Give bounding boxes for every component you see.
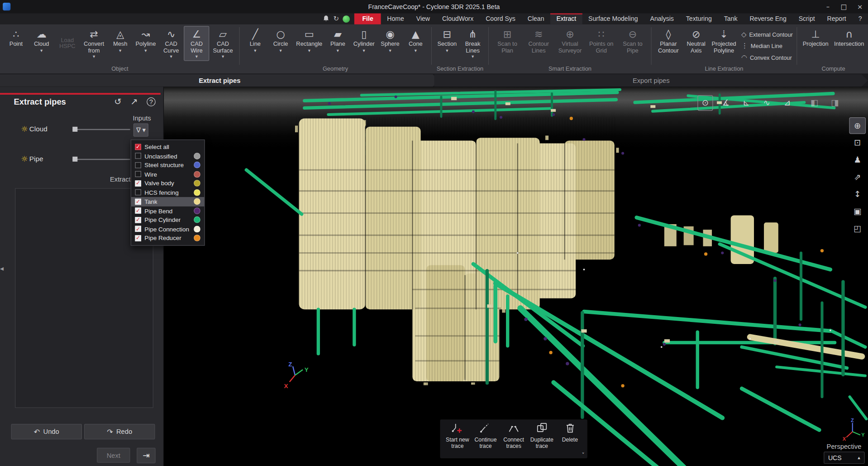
point-cloud-scene[interactable]: Z Y X — [163, 87, 868, 466]
ribbon-button[interactable]: ⇣ Projected Polyline — [710, 26, 738, 55]
toolbar-button[interactable]: ⊿ — [779, 95, 795, 110]
close-button[interactable]: × — [852, 0, 868, 13]
toolbar-button[interactable]: ∿ — [759, 95, 774, 110]
filter-option[interactable]: ✓ Pipe Connection — [131, 225, 204, 234]
filter-option[interactable]: ✓ Pipe Reducer — [131, 234, 204, 243]
cloud-filter-button[interactable]: ∇ ▾ — [134, 124, 148, 137]
connect-traces-button[interactable]: Connect traces — [500, 422, 528, 457]
notifications-bell-icon[interactable] — [323, 14, 330, 23]
status-badge[interactable] — [343, 15, 350, 23]
share-icon[interactable]: ↗ — [130, 97, 138, 106]
undo-button[interactable]: ↶ Undo — [11, 424, 82, 439]
start-new-trace-button[interactable]: Start new trace — [444, 422, 472, 457]
menu-tab[interactable]: Home — [381, 13, 410, 24]
checkbox[interactable]: ✓ — [135, 162, 141, 168]
ribbon-button[interactable]: ○ Circle ▾ — [268, 26, 293, 54]
menu-tab[interactable]: Surface Modeling — [582, 13, 644, 24]
toolbar-button[interactable]: ▣ — [849, 203, 866, 220]
redo-button[interactable]: ↷ Redo — [84, 424, 155, 439]
duplicate-trace-button[interactable]: Duplicate trace — [528, 422, 556, 457]
workflow-step-extract-pipes[interactable]: Extract pipes — [0, 74, 439, 87]
menu-tab[interactable]: Texturing — [680, 13, 718, 24]
trace-more-icon[interactable]: ˅ — [582, 452, 585, 458]
slider-knob[interactable] — [72, 157, 77, 162]
ribbon-small-button[interactable]: ⋮ Median Line — [741, 40, 793, 52]
filter-option[interactable]: ✓ HCS fencing — [131, 188, 204, 197]
pipe-opacity-slider[interactable] — [72, 159, 130, 160]
ribbon-button[interactable]: ◊ Planar Contour — [654, 26, 682, 55]
filter-option[interactable]: ✓ Valve body — [131, 179, 204, 188]
ribbon-button[interactable]: ≋ Contour Lines — [523, 26, 554, 55]
workflow-step-export-pipes[interactable]: Export pipes — [434, 74, 868, 87]
filter-option[interactable]: ✓ Steel structure — [131, 160, 204, 169]
checkbox[interactable]: ✓ — [135, 171, 141, 177]
send-to-export-button[interactable]: ⇥ — [137, 448, 156, 463]
help-icon[interactable]: ? — [147, 97, 156, 106]
ribbon-button[interactable]: ▰ Plane ▾ — [325, 26, 350, 54]
projection-mode-label[interactable]: Perspective — [827, 443, 865, 451]
checkbox[interactable]: ✓ — [135, 180, 141, 186]
filter-option[interactable]: ✓ Select all — [131, 142, 204, 151]
ribbon-button[interactable]: ⋔ Break Lines ▾ — [460, 26, 486, 61]
checkbox[interactable]: ✓ — [135, 144, 141, 149]
ribbon-button[interactable]: ∿ CAD Curve ▾ — [158, 26, 184, 61]
ribbon-button[interactable]: ◬ Mesh ▾ — [108, 26, 133, 54]
toolbar-button[interactable]: ◨ — [827, 95, 842, 110]
filter-option[interactable]: ✓ Pipe Bend — [131, 206, 204, 215]
ribbon-button[interactable]: ◉ Sphere ▾ — [377, 26, 403, 54]
next-button[interactable]: Next — [97, 448, 130, 463]
menu-tab[interactable]: Coord Sys — [480, 13, 522, 24]
ribbon-button[interactable]: ▯ Cylinder ▾ — [351, 26, 377, 54]
ribbon-button[interactable]: ▱ CAD Surface ▾ — [210, 26, 237, 61]
menu-tab[interactable]: Tank — [718, 13, 744, 24]
menu-tab[interactable]: File — [354, 13, 381, 24]
toolbar-button[interactable]: ⇗ — [849, 169, 866, 186]
ribbon-button[interactable]: ☁ Cloud ▾ — [29, 26, 54, 54]
viewport-3d[interactable]: Z Y X ⊙ ∡ ⊾ ∿ ⊿ — [163, 87, 868, 466]
ribbon-button[interactable]: ▲ Cone ▾ — [403, 26, 428, 54]
toolbar-button[interactable]: ♟ — [849, 152, 866, 168]
ribbon-button[interactable]: ⊥ Projection — [800, 26, 831, 49]
menu-tab[interactable]: Script — [792, 13, 821, 24]
slider-knob[interactable] — [72, 127, 77, 132]
ribbon-small-button[interactable]: ◠ Convex Contour — [741, 52, 793, 63]
filter-option[interactable]: ✓ Unclassified — [131, 151, 204, 160]
menu-tab[interactable]: Analysis — [644, 13, 680, 24]
toolbar-button[interactable]: ⊙ — [697, 95, 713, 110]
menu-tab[interactable]: View — [410, 13, 436, 24]
ribbon-button[interactable]: ⊘ Neutral Axis — [682, 26, 710, 55]
ribbon-button[interactable]: ⊞ Scan to Plan — [491, 26, 523, 55]
ribbon-button[interactable]: ∴ Point — [3, 26, 29, 49]
panel-collapse-icon[interactable]: ◂ — [0, 264, 4, 272]
filter-option[interactable]: ✓ Tank — [131, 197, 204, 206]
menu-tab[interactable]: CloudWorx — [436, 13, 479, 24]
checkbox[interactable]: ✓ — [135, 217, 141, 223]
toolbar-button[interactable]: ∡ — [718, 95, 734, 110]
cloud-opacity-slider[interactable] — [72, 129, 130, 130]
checkbox[interactable]: ✓ — [135, 208, 141, 214]
ribbon-button[interactable]: ╱ Line ▾ — [243, 26, 268, 54]
toolbar-button[interactable]: ⊕ — [849, 117, 866, 134]
checkbox[interactable]: ✓ — [135, 189, 141, 195]
menu-tab[interactable]: Extract — [550, 13, 582, 24]
ribbon-button[interactable]: ⇄ Convert from ▾ — [81, 26, 108, 61]
toolbar-button[interactable]: ⊡ — [849, 135, 866, 151]
toolbar-button[interactable]: ◰ — [849, 220, 866, 237]
ribbon-button[interactable]: ∷ Points on Grid — [586, 26, 617, 55]
minimize-button[interactable]: – — [820, 0, 836, 13]
menu-tab[interactable]: Report — [821, 13, 852, 24]
ribbon-small-button[interactable]: ◇ External Contour — [741, 28, 793, 40]
ribbon-button[interactable]: ∠ CAD Wire ▾ — [184, 26, 209, 61]
menu-tab[interactable]: ? — [852, 13, 868, 24]
ribbon-button[interactable]: ▭ Rectangle ▾ — [293, 26, 325, 54]
history-icon[interactable]: ↺ — [114, 97, 121, 106]
menu-tab[interactable]: Clean — [521, 13, 550, 24]
ribbon-button[interactable]: ↝ Polyline ▾ — [133, 26, 158, 54]
checkbox[interactable]: ✓ — [135, 226, 141, 232]
checkbox[interactable]: ✓ — [135, 198, 141, 204]
ribbon-button[interactable]: ⊖ Scan to Pipe — [617, 26, 648, 55]
toolbar-button[interactable]: ⊾ — [739, 95, 754, 110]
ribbon-button[interactable]: ⊕ Virtual Surveyor — [554, 26, 586, 55]
menu-tab[interactable]: Reverse Eng — [744, 13, 792, 24]
maximize-button[interactable]: □ — [836, 0, 852, 13]
